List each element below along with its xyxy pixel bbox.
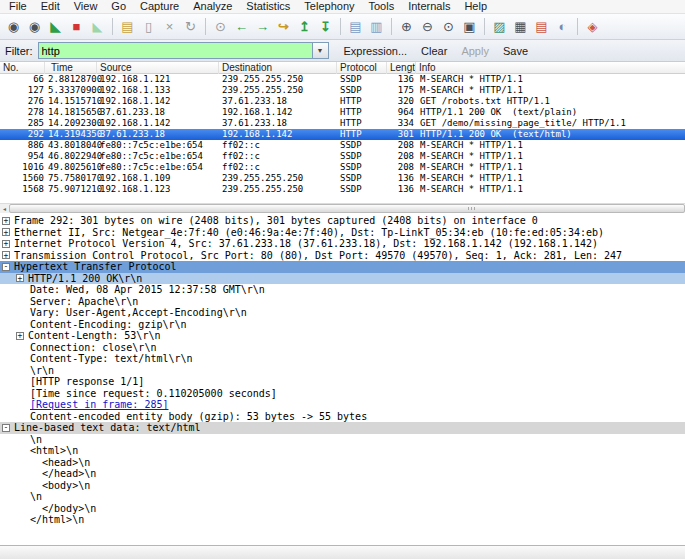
expander-icon[interactable]: + [2, 228, 10, 236]
menu-capture[interactable]: Capture [133, 0, 186, 13]
save-file-icon[interactable]: ▯ [139, 17, 158, 36]
expression-button[interactable]: Expression... [337, 43, 415, 59]
go-forward-icon[interactable]: → [253, 17, 272, 36]
menu-analyze[interactable]: Analyze [186, 0, 239, 13]
detail-http-entity-body[interactable]: Content-encoded entity body (gzip): 53 b… [0, 411, 685, 423]
detail-text-line[interactable]: </head>\n [0, 468, 685, 480]
save-button[interactable]: Save [496, 43, 535, 59]
packet-row[interactable]: 27814.181565037.61.233.18192.168.1.142HT… [0, 107, 685, 118]
detail-http-date[interactable]: Date: Wed, 08 Apr 2015 12:37:58 GMT\r\n [0, 284, 685, 296]
detail-text-line[interactable]: <head>\n [0, 457, 685, 469]
start-capture-icon[interactable]: ◣ [46, 17, 65, 36]
stop-capture-icon[interactable]: ■ [67, 17, 86, 36]
detail-ip[interactable]: +Internet Protocol Version 4, Src: 37.61… [0, 238, 685, 250]
column-header-info[interactable]: Info [416, 62, 685, 74]
detail-http-selected[interactable]: -Hypertext Transfer Protocol [0, 261, 685, 273]
detail-frame[interactable]: +Frame 292: 301 bytes on wire (2408 bits… [0, 215, 685, 227]
detail-http-request-frame[interactable]: [Request in frame: 285] [0, 399, 685, 411]
zoom-actual-icon[interactable]: ⊙ [439, 17, 458, 36]
detail-http-server[interactable]: Server: Apache\r\n [0, 296, 685, 308]
detail-http-content-encoding[interactable]: Content-Encoding: gzip\r\n [0, 319, 685, 331]
apply-button[interactable]: Apply [454, 43, 496, 59]
bytes-pane-splitter[interactable] [0, 545, 685, 559]
packet-row[interactable]: 95446.8022940fe80::7c5c:e1be:654ff02::cS… [0, 151, 685, 162]
goto-packet-icon[interactable]: ↪ [274, 17, 293, 36]
menu-internals[interactable]: Internals [401, 0, 457, 13]
expander-icon[interactable]: + [16, 332, 24, 340]
detail-http-crlf[interactable]: \r\n [0, 365, 685, 377]
detail-http-connection[interactable]: Connection: close\r\n [0, 342, 685, 354]
packet-row[interactable]: 101649.8025610fe80::7c5c:e1be:654ff02::c… [0, 162, 685, 173]
packet-row[interactable]: 1275.33370900192.168.1.133239.255.255.25… [0, 85, 685, 96]
packet-row-selected[interactable]: 29214.319435037.61.233.18192.168.1.142HT… [0, 129, 685, 140]
scroll-left-icon[interactable]: ◂ [0, 204, 9, 213]
expander-icon[interactable]: - [2, 424, 10, 432]
detail-text-line[interactable]: \n [0, 434, 685, 446]
go-top-icon[interactable]: ↥ [295, 17, 314, 36]
menu-file[interactable]: File [2, 0, 34, 13]
detail-text-line[interactable]: </html>\n [0, 514, 685, 526]
coloring-rules-icon[interactable]: ▤ [532, 17, 551, 36]
zoom-in-icon[interactable]: ⊕ [397, 17, 416, 36]
column-header-source[interactable]: Source [97, 62, 219, 74]
column-header-no[interactable]: No. [0, 62, 45, 74]
detail-http-response-num[interactable]: [HTTP response 1/1] [0, 376, 685, 388]
packet-row[interactable]: 27614.1515710192.168.1.14237.61.233.18HT… [0, 96, 685, 107]
detail-http-content-length[interactable]: +Content-Length: 53\r\n [0, 330, 685, 342]
close-file-icon[interactable]: × [160, 17, 179, 36]
packet-row[interactable]: 156875.9071210192.168.1.123239.255.255.2… [0, 184, 685, 195]
zoom-out-icon[interactable]: ⊖ [418, 17, 437, 36]
detail-tcp[interactable]: +Transmission Control Protocol, Src Port… [0, 250, 685, 262]
details-pane-icon[interactable]: ▥ [367, 17, 386, 36]
packet-row[interactable]: 662.88128700192.168.1.121239.255.255.250… [0, 74, 685, 85]
expander-icon[interactable]: - [2, 263, 10, 271]
capture-options-icon[interactable]: ◉ [25, 17, 44, 36]
request-in-frame-link[interactable]: [Request in frame: 285] [30, 399, 168, 411]
menu-help[interactable]: Help [457, 0, 494, 13]
menu-go[interactable]: Go [104, 0, 133, 13]
column-header-time[interactable]: Time [45, 62, 97, 74]
autoscroll-icon[interactable]: ▦ [511, 17, 530, 36]
go-bottom-icon[interactable]: ↧ [316, 17, 335, 36]
packet-row[interactable]: 28514.2092300192.168.1.14237.61.233.18HT… [0, 118, 685, 129]
help-icon[interactable]: ◈ [583, 17, 602, 36]
find-packet-icon[interactable]: ⊙ [211, 17, 230, 36]
menu-telephony[interactable]: Telephony [297, 0, 361, 13]
expander-icon[interactable]: + [16, 274, 24, 282]
expander-icon[interactable]: + [2, 217, 10, 225]
detail-ethernet[interactable]: +Ethernet II, Src: Netgear_4e:7f:40 (e0:… [0, 227, 685, 239]
filter-dropdown-icon[interactable]: ▼ [312, 42, 329, 59]
detail-http-status[interactable]: +HTTP/1.1 200 OK\r\n [0, 273, 685, 285]
detail-text-line[interactable]: \n [0, 491, 685, 503]
hscrollbar-thumb[interactable] [9, 204, 685, 213]
list-interfaces-icon[interactable]: ◉ [4, 17, 23, 36]
packet-row[interactable]: 88643.8018040fe80::7c5c:e1be:654ff02::cS… [0, 140, 685, 151]
go-back-icon[interactable]: ← [232, 17, 251, 36]
detail-text-line[interactable]: </body>\n [0, 503, 685, 515]
menu-tools[interactable]: Tools [362, 0, 402, 13]
detail-text-line[interactable]: <body>\n [0, 480, 685, 492]
menu-view[interactable]: View [67, 0, 105, 13]
expander-icon[interactable]: + [2, 251, 10, 259]
detail-text-line[interactable]: <html>\n [0, 445, 685, 457]
column-header-length[interactable]: Length [387, 62, 416, 74]
list-pane-icon[interactable]: ▤ [346, 17, 365, 36]
column-header-destination[interactable]: Destination [219, 62, 337, 74]
detail-http-vary[interactable]: Vary: User-Agent,Accept-Encoding\r\n [0, 307, 685, 319]
detail-http-content-type[interactable]: Content-Type: text/html\r\n [0, 353, 685, 365]
expander-icon[interactable]: + [2, 240, 10, 248]
menu-edit[interactable]: Edit [34, 0, 67, 13]
column-header-protocol[interactable]: Protocol [337, 62, 387, 74]
menu-statistics[interactable]: Statistics [239, 0, 297, 13]
reload-icon[interactable]: ↻ [181, 17, 200, 36]
colorize-icon[interactable]: ▨ [490, 17, 509, 36]
preferences-icon[interactable]: ◐ [553, 17, 572, 36]
restart-capture-icon[interactable]: ◣ [88, 17, 107, 36]
detail-http-time-since[interactable]: [Time since request: 0.110205000 seconds… [0, 388, 685, 400]
clear-button[interactable]: Clear [414, 43, 454, 59]
resize-columns-icon[interactable]: ▣ [460, 17, 479, 36]
filter-input[interactable] [38, 42, 312, 59]
packet-row[interactable]: 156075.7580170192.168.1.109239.255.255.2… [0, 173, 685, 184]
open-file-icon[interactable]: ▤ [118, 17, 137, 36]
detail-line-based-text[interactable]: -Line-based text data: text/html [0, 422, 685, 434]
